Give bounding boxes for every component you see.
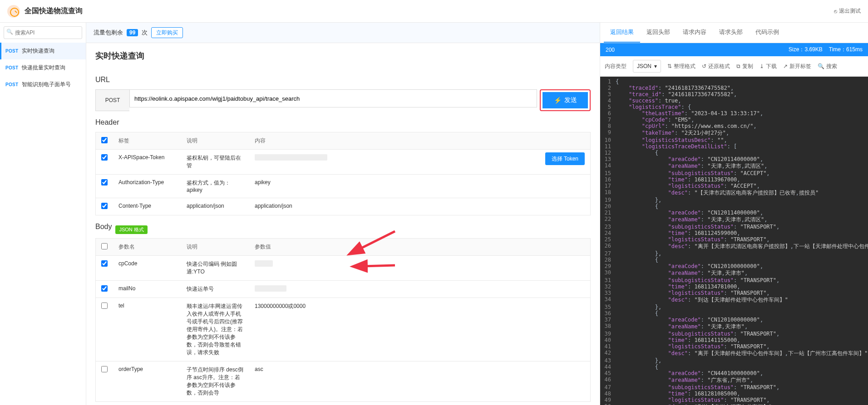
sidebar-item-1[interactable]: POST快递批量实时查询 — [0, 59, 86, 76]
code-line: 17 "logisticsStatus": "ACCEPT", — [600, 183, 868, 189]
row-checkbox[interactable] — [101, 260, 108, 267]
cell-desc: 鉴权私钥，可登陆后在管 — [181, 150, 249, 175]
select-token-button[interactable]: 选择 Token — [545, 152, 585, 165]
code-line: 8 "cpUrl": "https://www.ems.com.cn/", — [600, 123, 868, 129]
table-row: Content-Type application/json applicatio… — [96, 198, 591, 215]
restore-button[interactable]: ↺还原格式 — [702, 63, 730, 70]
code-line: 45 "areaCode": "CN440100000000", — [600, 370, 868, 376]
cell-desc: application/json — [181, 198, 249, 215]
code-line: 10 "logisticsStatusDesc": "", — [600, 137, 868, 143]
copy-icon: ⧉ — [736, 63, 740, 69]
response-time: Time：615ms — [829, 46, 863, 54]
code-line: 41 "logisticsStatus": "TRANSPORT", — [600, 343, 868, 350]
newtab-button[interactable]: ↗新开标签 — [783, 63, 811, 70]
body-col-name: 参数名 — [113, 239, 181, 256]
content-type-label: 内容类型 — [605, 63, 626, 70]
search-button[interactable]: 🔍搜索 — [818, 63, 837, 70]
sidebar-item-label: 实时快递查询 — [22, 47, 54, 55]
quota-suffix: 次 — [142, 29, 148, 37]
row-checkbox[interactable] — [101, 303, 108, 309]
header-check-all[interactable] — [101, 137, 108, 143]
sidebar-item-2[interactable]: POST智能识别电子面单号 — [0, 76, 86, 93]
code-line: 11 "logisticsTraceDetailList": [ — [600, 143, 868, 150]
chevron-down-icon: ▾ — [654, 63, 657, 69]
send-highlight: ⚡ 发送 — [540, 89, 591, 111]
table-row: Authorization-Type 鉴权方式，值为：apikey apikey — [96, 175, 591, 198]
code-line: 4 "success": true, — [600, 98, 868, 104]
status-code: 200 — [606, 47, 615, 53]
svg-line-0 — [359, 231, 395, 249]
main-layout: POST实时快递查询POST快递批量实时查询POST智能识别电子面单号 流量包剩… — [0, 23, 868, 405]
method-tag: POST — [5, 49, 18, 54]
header-col-desc: 说明 — [181, 132, 249, 150]
newtab-label: 新开标签 — [789, 63, 811, 70]
code-line: 46 "areaName": "广东省,广州市", — [600, 376, 868, 384]
code-line: 38 "areaName": "天津,天津市", — [600, 323, 868, 331]
format-button[interactable]: ⇅整理格式 — [667, 63, 695, 70]
code-line: 2 "traceId": "241618173367475582", — [600, 85, 868, 91]
method-box[interactable]: POST — [95, 89, 129, 111]
cell-value[interactable]: asc — [249, 361, 591, 402]
cell-value[interactable]: application/json — [249, 198, 591, 215]
table-row: tel 顺丰速运/丰网速运需传入收件人或寄件人手机号或手机号后四位(推荐使用寄件… — [96, 298, 591, 361]
sidebar-item-label: 智能识别电子面单号 — [22, 81, 71, 88]
response-tab-4[interactable]: 代码示例 — [749, 23, 785, 43]
row-checkbox[interactable] — [101, 366, 108, 372]
cell-value[interactable] — [249, 281, 591, 298]
response-tab-3[interactable]: 请求头部 — [713, 23, 749, 43]
cell-value[interactable]: 选择 Token — [249, 150, 591, 175]
response-tabs: 返回结果返回头部请求内容请求头部代码示例 — [600, 23, 868, 43]
response-panel: 返回结果返回头部请求内容请求头部代码示例 200 Size：3.69KB Tim… — [600, 23, 868, 405]
search-input[interactable] — [4, 26, 82, 39]
copy-button[interactable]: ⧉复制 — [736, 63, 753, 70]
code-line: 33 "logisticsStatus": "TRANSPORT", — [600, 290, 868, 296]
code-line: 6 "theLastTime": "2023-04-13 13:33:17", — [600, 110, 868, 117]
code-line: 14 "areaName": "天津,天津市,武清区", — [600, 162, 868, 170]
row-checkbox[interactable] — [101, 285, 108, 292]
cell-name: tel — [113, 298, 181, 361]
code-line: 19 }, — [600, 197, 868, 203]
response-body[interactable]: 1{2 "traceId": "241618173367475582",3 "t… — [600, 77, 868, 405]
page-title-section: 实时快递查询 — [86, 43, 600, 61]
code-line: 31 "subLogisticsStatus": "TRANSPORT", — [600, 277, 868, 283]
code-line: 35 }, — [600, 304, 868, 310]
code-line: 23 "subLogisticsStatus": "TRANSPORT", — [600, 224, 868, 230]
cell-name: Content-Type — [113, 198, 181, 215]
cell-value[interactable]: 13000000000或0000 — [249, 298, 591, 361]
row-checkbox[interactable] — [101, 179, 108, 185]
code-line: 40 "time": 1681141155000, — [600, 337, 868, 343]
table-row: mailNo 快递运单号 — [96, 281, 591, 298]
quota-prefix: 流量包剩余 — [94, 29, 123, 37]
annotation-arrow-2 — [281, 256, 399, 279]
body-check-all[interactable] — [101, 243, 108, 249]
exit-test-button[interactable]: ⎋ 退出测试 — [834, 7, 861, 15]
send-button[interactable]: ⚡ 发送 — [542, 92, 588, 108]
response-tab-2[interactable]: 请求内容 — [676, 23, 713, 43]
url-row: POST ⚡ 发送 — [95, 89, 591, 111]
code-line: 39 "subLogisticsStatus": "TRANSPORT", — [600, 331, 868, 337]
response-tab-0[interactable]: 返回结果 — [604, 23, 640, 43]
code-line: 3 "trace_id": "241618173367475582", — [600, 91, 868, 98]
page-title: 实时快递查询 — [95, 50, 591, 61]
row-checkbox[interactable] — [101, 154, 108, 161]
restore-icon: ↺ — [702, 63, 706, 69]
response-toolbar: 内容类型 JSON ▾ ⇅整理格式 ↺还原格式 ⧉复制 ⤓下载 ↗新开标签 🔍搜… — [600, 56, 868, 77]
header-table: 标签 说明 内容 X-APISpace-Token 鉴权私钥，可登陆后在管 选择… — [95, 132, 591, 215]
cell-name: mailNo — [113, 281, 181, 298]
copy-label: 复制 — [742, 63, 753, 70]
body-section: Body JSON 格式 参数名 说明 参数值 cpCode 快递公司编码 例如… — [86, 215, 600, 402]
quota-bar: 流量包剩余 99 次 立即购买 — [86, 23, 600, 43]
row-checkbox[interactable] — [101, 203, 108, 209]
code-line: 34 "desc": "到达【天津邮件处理中心包件车间】" — [600, 296, 868, 304]
method-tag: POST — [5, 65, 18, 70]
download-button[interactable]: ⤓下载 — [760, 63, 777, 70]
buy-button[interactable]: 立即购买 — [151, 27, 183, 38]
sidebar-item-0[interactable]: POST实时快递查询 — [0, 43, 86, 59]
cell-desc: 快递运单号 — [181, 281, 249, 298]
code-line: 28 { — [600, 257, 868, 263]
cell-value[interactable]: apikey — [249, 175, 591, 198]
sidebar: POST实时快递查询POST快递批量实时查询POST智能识别电子面单号 — [0, 23, 86, 405]
url-input[interactable] — [129, 89, 537, 107]
content-type-select[interactable]: JSON ▾ — [633, 60, 661, 73]
response-tab-1[interactable]: 返回头部 — [640, 23, 676, 43]
